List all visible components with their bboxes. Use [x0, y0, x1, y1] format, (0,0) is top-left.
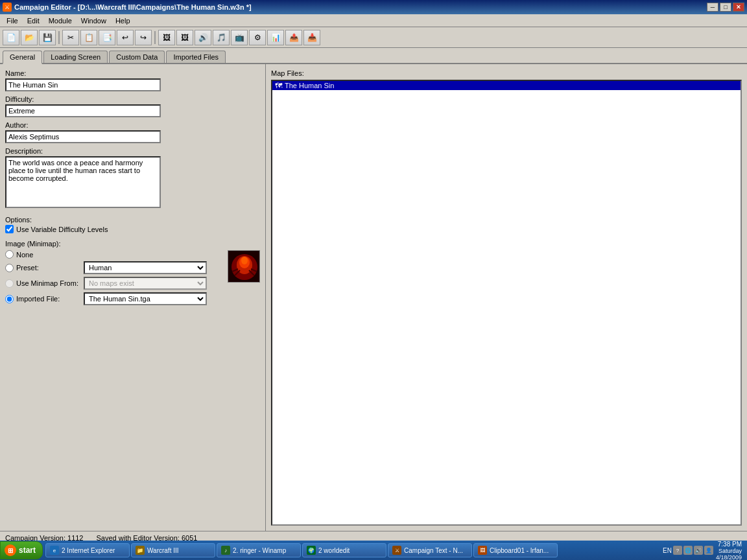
taskbar-label-winamp: 2. ringer - Winamp [233, 547, 286, 554]
description-field-group: Description: [5, 147, 260, 209]
toolbar-open[interactable]: 📂 [21, 30, 38, 45]
taskbar-icon-campaigntext: ⚔ [392, 546, 401, 555]
taskbar-items: e 2 Internet Explorer 📁 Warcraft III ♪ 2… [43, 543, 658, 557]
difficulty-input[interactable] [5, 104, 161, 117]
svg-point-4 [241, 257, 248, 264]
tab-custom-data[interactable]: Custom Data [109, 51, 165, 63]
maximize-button[interactable]: □ [720, 3, 731, 12]
menu-help[interactable]: Help [112, 16, 134, 26]
checkbox-row: Use Variable Difficulty Levels [5, 225, 260, 233]
toolbar-save[interactable]: 💾 [39, 30, 56, 45]
toolbar-cut[interactable]: ✂ [62, 30, 79, 45]
toolbar-video[interactable]: 📺 [231, 30, 248, 45]
preset-radio-row: Preset: Human [5, 261, 260, 274]
imported-file-dropdown[interactable]: The Human Sin.tga [84, 292, 207, 305]
tray-net-icon: 🌐 [683, 546, 693, 555]
taskbar-item-campaigntext[interactable]: ⚔ Campaign Text - N... [388, 543, 472, 557]
tray-lang: EN [663, 547, 672, 554]
preset-dropdown[interactable]: Human [84, 261, 207, 274]
taskbar-item-clipboard[interactable]: 🖼 Clipboard01 - Irfan... [473, 543, 558, 557]
menu-edit[interactable]: Edit [23, 16, 43, 26]
toolbar-import[interactable]: 📥 [303, 30, 320, 45]
minimize-button[interactable]: ─ [707, 3, 718, 12]
map-file-item[interactable]: 🗺 The Human Sin [272, 81, 741, 90]
taskbar-label-worldedit: 2 worldedit [318, 547, 350, 554]
toolbar-undo[interactable]: ↩ [117, 30, 134, 45]
author-label: Author: [5, 121, 260, 129]
image-section-inner: None Preset: Human Use Minimap From: No … [5, 250, 260, 305]
tray-users-icon: 👤 [704, 546, 713, 555]
toolbar-new[interactable]: 📄 [3, 30, 19, 45]
taskbar-tray: EN ? 🌐 🔊 👤 [663, 546, 713, 555]
left-panel: Name: Difficulty: Author: Description: O… [0, 64, 266, 531]
toolbar-paste[interactable]: 📑 [99, 30, 115, 45]
taskbar-icon-winamp: ♪ [221, 546, 230, 555]
toolbar-music[interactable]: 🎵 [213, 30, 230, 45]
map-files-list: 🗺 The Human Sin [271, 80, 742, 526]
tab-imported-files[interactable]: Imported Files [166, 51, 226, 63]
close-button[interactable]: ✕ [733, 3, 744, 12]
preset-label: Preset: [16, 264, 81, 272]
difficulty-label: Difficulty: [5, 95, 260, 103]
preset-radio[interactable] [5, 264, 14, 272]
tab-loading-screen[interactable]: Loading Screen [43, 51, 108, 63]
toolbar-settings[interactable]: ⚙ [249, 30, 266, 45]
options-section: Options: Use Variable Difficulty Levels [5, 216, 260, 233]
taskbar-label-campaigntext: Campaign Text - N... [404, 547, 463, 554]
window-title: Campaign Editor - [D:\...\Warcraft III\C… [14, 3, 252, 11]
difficulty-field-group: Difficulty: [5, 95, 260, 117]
options-label: Options: [5, 216, 260, 224]
taskbar-label-clipboard: Clipboard01 - Irfan... [490, 547, 549, 554]
toolbar-chart[interactable]: 📊 [267, 30, 284, 45]
toolbar-sound[interactable]: 🔊 [195, 30, 211, 45]
imported-file-label: Imported File: [16, 295, 81, 303]
name-input[interactable] [5, 78, 161, 91]
tray-help-icon: ? [673, 546, 682, 555]
imported-file-radio-row: Imported File: The Human Sin.tga [5, 292, 260, 305]
toolbar-img2[interactable]: 🖼 [176, 30, 193, 45]
app-icon: ⚔ [3, 3, 12, 12]
start-label: start [19, 546, 36, 555]
taskbar-label-wc3: Warcraft III [147, 547, 179, 554]
menu-file[interactable]: File [3, 16, 22, 26]
description-textarea[interactable] [5, 156, 161, 208]
toolbar-copy[interactable]: 📋 [80, 30, 97, 45]
tab-bar: General Loading Screen Custom Data Impor… [0, 48, 747, 64]
tab-general[interactable]: General [3, 51, 42, 64]
map-files-label: Map Files: [271, 69, 742, 77]
taskbar-item-ie[interactable]: e 2 Internet Explorer [45, 543, 130, 557]
taskbar-item-winamp[interactable]: ♪ 2. ringer - Winamp [217, 543, 301, 557]
clock-time: 7:38 PM [716, 541, 742, 548]
use-minimap-dropdown[interactable]: No maps exist [84, 277, 207, 290]
none-radio[interactable] [5, 250, 14, 259]
none-label: None [16, 251, 81, 259]
variable-difficulty-checkbox[interactable] [5, 225, 14, 233]
right-panel: Map Files: 🗺 The Human Sin [266, 64, 747, 531]
toolbar-redo[interactable]: ↪ [135, 30, 152, 45]
imported-file-radio[interactable] [5, 295, 14, 303]
menu-module[interactable]: Module [45, 16, 76, 26]
start-button[interactable]: ⊞ start [0, 541, 43, 559]
author-field-group: Author: [5, 121, 260, 143]
taskbar-icon-clipboard: 🖼 [478, 546, 487, 555]
minimap-preview [228, 250, 260, 283]
title-bar: ⚔ Campaign Editor - [D:\...\Warcraft III… [0, 0, 747, 14]
use-minimap-radio[interactable] [5, 279, 14, 288]
taskbar-item-worldedit[interactable]: 🌍 2 worldedit [302, 543, 386, 557]
taskbar-icon-worldedit: 🌍 [307, 546, 316, 555]
menu-window[interactable]: Window [77, 16, 110, 26]
checkbox-label: Use Variable Difficulty Levels [16, 226, 108, 233]
description-label: Description: [5, 147, 260, 155]
toolbar-img1[interactable]: 🖼 [158, 30, 175, 45]
taskbar-icon-ie: e [50, 546, 59, 555]
toolbar: 📄 📂 💾 ✂ 📋 📑 ↩ ↪ 🖼 🖼 🔊 🎵 📺 ⚙ 📊 📤 📥 [0, 27, 747, 48]
author-input[interactable] [5, 130, 161, 143]
taskbar-label-ie: 2 Internet Explorer [62, 547, 115, 554]
name-label: Name: [5, 69, 260, 77]
taskbar-item-wc3[interactable]: 📁 Warcraft III [131, 543, 215, 557]
minimap-svg [228, 251, 260, 283]
none-radio-row: None [5, 250, 260, 259]
use-minimap-radio-row: Use Minimap From: No maps exist [5, 277, 260, 290]
taskbar-clock: 7:38 PM Saturday4/18/2009 [716, 541, 742, 561]
toolbar-export[interactable]: 📤 [285, 30, 302, 45]
